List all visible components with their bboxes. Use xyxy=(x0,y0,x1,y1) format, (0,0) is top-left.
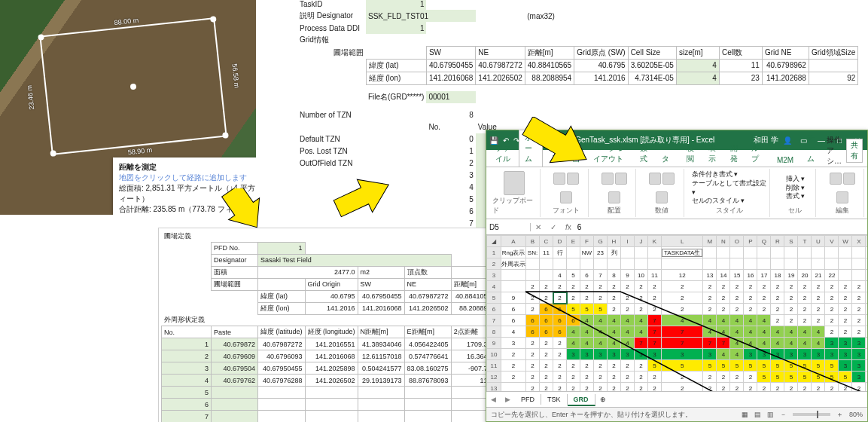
grid-cell[interactable] xyxy=(730,247,744,258)
ribbon-tab[interactable]: 描画 xyxy=(566,140,586,167)
row-header[interactable]: 5 xyxy=(487,292,501,304)
grid-cell[interactable] xyxy=(717,258,730,270)
row-header[interactable]: 6 xyxy=(487,304,501,315)
grid-cell[interactable]: 2 xyxy=(540,383,553,392)
ribbon-btn-icon[interactable] xyxy=(649,173,661,185)
row-no[interactable]: 2 xyxy=(162,350,212,362)
grid-cell[interactable] xyxy=(621,247,635,258)
grid-cell[interactable]: 2 xyxy=(812,383,825,392)
col-header[interactable]: U xyxy=(812,236,825,247)
grid-cell[interactable]: 2 xyxy=(757,304,771,315)
tzn-no[interactable]: 0 xyxy=(426,133,475,145)
grid-cell[interactable]: 2 xyxy=(852,383,866,392)
grid-cell[interactable] xyxy=(852,270,866,281)
cell[interactable]: 40.679872 xyxy=(212,338,258,350)
grid-cell[interactable]: 2 xyxy=(717,281,730,292)
grid-cell[interactable] xyxy=(730,258,744,270)
grid-cell[interactable]: 7 xyxy=(648,326,662,338)
cell[interactable]: 4.056422405 xyxy=(404,338,451,350)
grid-cell[interactable]: 4 xyxy=(744,326,757,338)
grid-cell[interactable]: 2 xyxy=(594,360,608,372)
cell[interactable]: 40.67950455 xyxy=(258,362,306,375)
row-no[interactable]: 1 xyxy=(162,338,212,350)
grid-cell[interactable]: 4 xyxy=(730,338,744,349)
cell[interactable]: 40.67950455 xyxy=(426,59,475,72)
share-button[interactable]: 共有 xyxy=(846,139,863,163)
grid-cell[interactable]: 2 xyxy=(852,304,866,315)
grid-cell[interactable]: 3 xyxy=(825,349,839,360)
ribbon-btn-icon[interactable] xyxy=(836,191,848,203)
format-btn[interactable]: 書式 ▾ xyxy=(786,192,806,201)
grid-cell[interactable]: 2 xyxy=(580,360,594,372)
grid-cell[interactable]: 5 xyxy=(662,360,703,372)
grid-cell[interactable]: 2 xyxy=(771,281,784,292)
grid-cell[interactable]: 18 xyxy=(771,270,784,281)
grid-cell[interactable]: 2 xyxy=(662,281,703,292)
grid-cell[interactable]: 4 xyxy=(703,315,717,326)
grid-cell[interactable]: 5 xyxy=(757,372,771,383)
cell[interactable] xyxy=(404,387,451,399)
cell[interactable]: 40.679609 xyxy=(212,350,258,362)
grid-cell[interactable]: 2 xyxy=(703,372,717,383)
tzn-no[interactable]: 3 xyxy=(426,170,475,182)
cell[interactable] xyxy=(212,399,258,411)
grid-cell[interactable]: 3 xyxy=(852,349,866,360)
view-layout-icon[interactable]: ▤ xyxy=(754,411,761,418)
grid-cell[interactable]: 3 xyxy=(567,349,580,360)
grid-cell[interactable]: 7 xyxy=(703,338,717,349)
grid-cell[interactable]: 2 xyxy=(526,360,540,372)
grid-cell[interactable]: 5 xyxy=(771,372,784,383)
grid-cell[interactable] xyxy=(608,258,621,270)
grid-cell[interactable]: 2 xyxy=(648,292,662,304)
cell[interactable]: 2477.0 xyxy=(258,266,358,278)
col-header[interactable]: B xyxy=(526,236,540,247)
grid-cell[interactable]: 2 xyxy=(812,292,825,304)
grid-cell[interactable]: 2 xyxy=(621,383,635,392)
grid-cell[interactable]: 4 xyxy=(717,315,730,326)
grid-cell[interactable]: 2 xyxy=(812,304,825,315)
grid-cell[interactable]: 4 xyxy=(757,315,771,326)
cell[interactable]: 3.60205E-05 xyxy=(628,59,676,72)
cell[interactable]: 12.61157018 xyxy=(358,350,404,362)
grid-cell[interactable]: 2 xyxy=(730,372,744,383)
grid-cell[interactable] xyxy=(703,247,717,258)
grid-cell[interactable]: 4 xyxy=(580,326,594,338)
cell[interactable]: 11 xyxy=(719,59,762,72)
tzn-no[interactable]: 2 xyxy=(426,157,475,170)
grid-cell[interactable]: 4 xyxy=(703,326,717,338)
grid-cell[interactable]: 3 xyxy=(662,349,703,360)
grid-cell[interactable]: 2 xyxy=(730,292,744,304)
grid-cell[interactable]: 2 xyxy=(771,315,784,326)
polygon-center[interactable] xyxy=(130,83,137,90)
ribbon-tab[interactable]: ホーム xyxy=(519,130,543,167)
grid-cell[interactable]: 2 xyxy=(852,281,866,292)
grid-cell[interactable]: 3 xyxy=(812,349,825,360)
grid-cell[interactable]: 3 xyxy=(580,349,594,360)
grid-cell[interactable]: 2 xyxy=(621,372,635,383)
grid-cell[interactable]: 3 xyxy=(852,338,866,349)
grid-cell[interactable] xyxy=(812,258,825,270)
ribbon-btn-icon[interactable] xyxy=(656,191,668,203)
row-header[interactable]: 1 xyxy=(487,247,501,258)
grid-cell[interactable]: 3 xyxy=(501,338,526,349)
grid-cell[interactable]: 2 xyxy=(771,292,784,304)
sheet-tab[interactable]: GRD xyxy=(568,394,595,406)
grid-cell[interactable]: 2 xyxy=(621,304,635,315)
grid-cell[interactable]: 2 xyxy=(798,383,812,392)
grid-cell[interactable]: 7 xyxy=(717,338,730,349)
cell[interactable]: 88.87678093 xyxy=(404,375,451,387)
grid-cell[interactable]: 2 xyxy=(635,292,648,304)
zoom-out-icon[interactable]: － xyxy=(780,410,787,420)
grid-cell[interactable] xyxy=(866,326,867,338)
grid-cell[interactable]: 2 xyxy=(717,304,730,315)
grid-cell[interactable]: 2 xyxy=(744,292,757,304)
view-break-icon[interactable]: ▥ xyxy=(767,411,774,418)
grid-cell[interactable]: 17 xyxy=(757,270,771,281)
grid-cell[interactable]: 3 xyxy=(852,360,866,372)
designator-cell[interactable]: SSK_FLD_TST01 xyxy=(366,10,476,22)
grid-cell[interactable]: 2 xyxy=(540,360,553,372)
cell[interactable]: 40.67987272 xyxy=(404,290,451,302)
grid-cell[interactable]: 4 xyxy=(744,315,757,326)
name-box[interactable]: D5 xyxy=(486,223,531,231)
grid-cell[interactable]: 4 xyxy=(662,315,703,326)
